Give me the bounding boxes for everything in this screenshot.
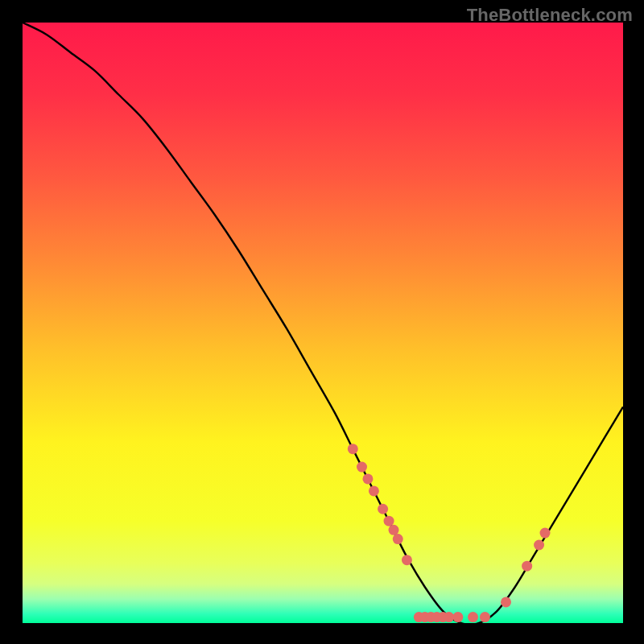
data-point <box>348 444 358 454</box>
data-point <box>444 612 454 622</box>
data-point <box>357 462 367 473</box>
data-point <box>540 528 551 539</box>
chart-svg <box>23 23 623 623</box>
data-point <box>468 612 478 622</box>
data-point <box>480 612 490 622</box>
data-point <box>378 504 388 514</box>
data-point <box>501 597 511 607</box>
data-point <box>393 534 403 544</box>
data-point <box>522 561 532 572</box>
data-point <box>369 485 379 496</box>
plot-background <box>23 23 623 623</box>
data-point <box>362 473 373 484</box>
data-point <box>389 525 399 535</box>
data-point <box>534 540 544 551</box>
data-point <box>452 612 463 622</box>
watermark-text: TheBottleneck.com <box>467 5 633 26</box>
bottleneck-curve-chart <box>23 23 623 623</box>
data-point <box>402 555 412 565</box>
data-point <box>384 516 394 526</box>
